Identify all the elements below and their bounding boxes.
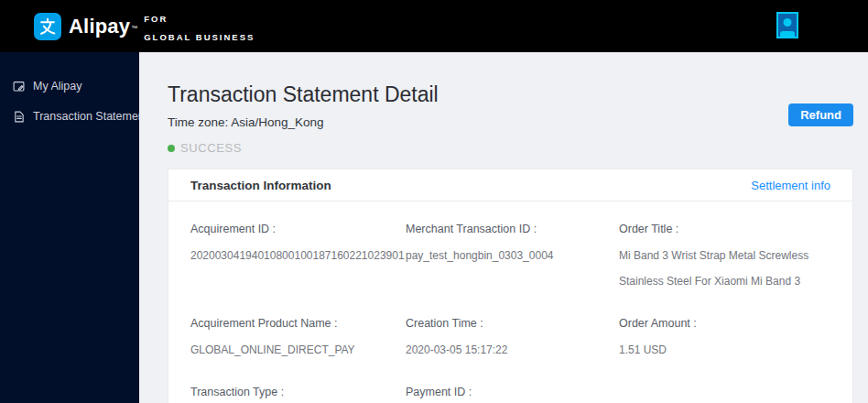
user-avatar-icon[interactable] xyxy=(776,12,798,38)
field-creation-time: Creation Time : 2020-03-05 15:17:22 xyxy=(406,316,619,363)
card-title: Transaction Information xyxy=(190,179,331,192)
field-label: Order Amount : xyxy=(619,316,830,331)
field-value: 2020-03-05 15:17:22 xyxy=(406,337,619,363)
refund-button[interactable]: Refund xyxy=(788,103,853,126)
logo-tagline: FOR GLOBAL BUSINESS xyxy=(144,8,255,45)
page-title: Transaction Statement Detail xyxy=(168,82,853,107)
timezone-label: Time zone: Asia/Hong_Kong xyxy=(168,115,853,129)
field-order-amount: Order Amount : 1.51 USD xyxy=(619,316,830,363)
trademark-symbol: ™ xyxy=(131,25,137,31)
field-acquirement-id: Acquirement ID : 20200304194010800100187… xyxy=(190,222,406,294)
top-header-bar: Alipay ™ FOR GLOBAL BUSINESS xyxy=(0,0,868,52)
field-label: Transaction Type : xyxy=(190,385,406,399)
field-payment-id: Payment ID : 202003041940108001001871602… xyxy=(406,385,619,403)
status-dot-icon xyxy=(168,145,175,152)
field-value: pay_test_hongbin_0303_0004 xyxy=(406,243,619,268)
field-label: Merchant Transaction ID : xyxy=(406,222,619,236)
field-order-title: Order Title : Mi Band 3 Wrist Strap Meta… xyxy=(619,222,830,294)
field-acquirement-product-name: Acquirement Product Name : GLOBAL_ONLINE… xyxy=(190,316,406,363)
statement-icon xyxy=(13,111,25,123)
alipay-wordmark: Alipay xyxy=(69,15,130,38)
sidebar-item-my-alipay[interactable]: My Alipay xyxy=(0,75,139,97)
field-label: Acquirement ID : xyxy=(190,222,406,236)
sidebar-item-label: Transaction Statement xyxy=(33,110,147,123)
transaction-info-card: Transaction Information Settlement info … xyxy=(168,169,853,403)
page-header: Transaction Statement Detail Time zone: … xyxy=(139,52,868,129)
avatar-body-shape xyxy=(780,31,795,38)
field-value: 1.51 USD xyxy=(619,337,830,363)
avatar-head-shape xyxy=(784,18,792,27)
status-badge: SUCCESS xyxy=(180,141,242,155)
sidebar-item-label: My Alipay xyxy=(33,80,128,93)
field-value: 20200304194010800100187160221023901 xyxy=(190,243,406,268)
card-body: Acquirement ID : 20200304194010800100187… xyxy=(168,202,852,403)
main-content: Transaction Statement Detail Time zone: … xyxy=(139,52,868,403)
alipay-logo-icon xyxy=(34,13,61,40)
sidebar-item-transaction-statement[interactable]: Transaction Statement xyxy=(0,105,139,127)
field-transaction-type: Transaction Type : PAYMENT xyxy=(190,385,406,403)
field-merchant-transaction-id: Merchant Transaction ID : pay_test_hongb… xyxy=(406,222,619,294)
field-value: GLOBAL_ONLINE_DIRECT_PAY xyxy=(190,337,406,363)
sidebar-nav: My Alipay Transaction Statement xyxy=(0,52,139,403)
settlement-info-link[interactable]: Settlement info xyxy=(751,179,830,192)
my-alipay-icon xyxy=(13,81,25,93)
status-line: SUCCESS xyxy=(168,141,868,155)
field-value: Mi Band 3 Wrist Strap Metal Screwless St… xyxy=(619,243,830,294)
field-label: Order Title : xyxy=(619,222,830,236)
alipay-logo: Alipay ™ FOR GLOBAL BUSINESS xyxy=(34,8,255,45)
field-label: Acquirement Product Name : xyxy=(190,316,406,331)
field-label: Creation Time : xyxy=(406,316,619,331)
field-empty xyxy=(619,385,830,403)
card-header: Transaction Information Settlement info xyxy=(168,169,852,202)
field-label: Payment ID : xyxy=(406,385,619,399)
